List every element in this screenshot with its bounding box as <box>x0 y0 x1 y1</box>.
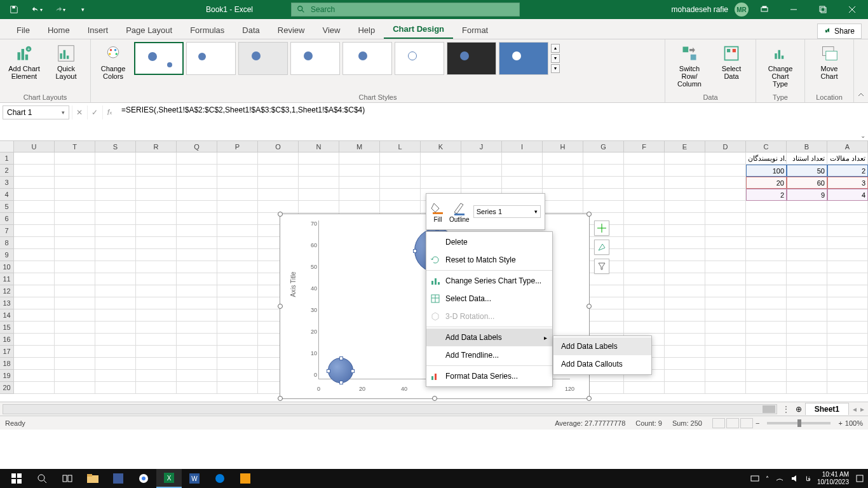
row-header[interactable]: 20 <box>0 382 14 394</box>
add-chart-element-button[interactable]: + Add Chart Element <box>5 42 43 81</box>
horizontal-scrollbar[interactable] <box>3 404 777 414</box>
col-header[interactable]: G <box>583 141 624 152</box>
maximize-button[interactable] <box>810 0 836 19</box>
bubble-2[interactable] <box>328 358 353 383</box>
change-chart-type-button[interactable]: Change Chart Type <box>761 42 799 89</box>
insert-function-button[interactable]: fx <box>102 105 116 119</box>
cell-c4[interactable]: 2 <box>746 189 787 201</box>
sheet-nav-prev[interactable]: ◂ <box>853 405 857 414</box>
chart-style-7[interactable] <box>447 42 496 75</box>
col-header[interactable]: R <box>136 141 177 152</box>
ctx-format-series[interactable]: Format Data Series... <box>426 367 552 385</box>
chart-style-4[interactable] <box>290 42 340 75</box>
select-data-button[interactable]: Select Data <box>712 42 750 81</box>
search-box[interactable]: Search <box>291 3 520 17</box>
outline-dropdown[interactable]: Outline <box>449 201 470 223</box>
resize-handle[interactable] <box>587 396 592 401</box>
customize-qat[interactable]: ▾ <box>74 2 92 17</box>
ctx-delete[interactable]: Delete <box>426 233 552 251</box>
close-button[interactable] <box>839 0 865 19</box>
zoom-slider[interactable] <box>767 422 831 424</box>
row-header[interactable]: 13 <box>0 297 14 309</box>
row-header[interactable]: 1 <box>0 152 14 165</box>
collapse-ribbon-button[interactable] <box>854 39 868 102</box>
tab-page-layout[interactable]: Page Layout <box>117 22 181 39</box>
row-header[interactable]: 11 <box>0 273 14 285</box>
styles-more[interactable]: ▾ <box>551 64 560 73</box>
row-header[interactable]: 7 <box>0 225 14 237</box>
ctx-select-data[interactable]: Select Data... <box>426 290 552 308</box>
tab-format[interactable]: Format <box>453 22 497 39</box>
sub-add-data-labels[interactable]: Add Data Labels <box>553 337 651 355</box>
tab-file[interactable]: File <box>8 22 39 39</box>
view-page-layout-button[interactable] <box>726 418 739 428</box>
resize-handle[interactable] <box>278 212 283 217</box>
col-header[interactable]: S <box>95 141 136 152</box>
chart-filters-button[interactable] <box>594 259 609 274</box>
tray-chevron-icon[interactable]: ˄ <box>766 475 769 482</box>
row-header[interactable]: 14 <box>0 309 14 322</box>
chart-style-5[interactable] <box>342 42 392 75</box>
cell-c3[interactable]: 20 <box>746 177 787 189</box>
row-header[interactable]: 10 <box>0 261 14 273</box>
row-header[interactable]: 16 <box>0 334 14 346</box>
row-header[interactable]: 5 <box>0 201 14 213</box>
sheet-nav-next[interactable]: ▸ <box>860 405 864 414</box>
col-header[interactable]: P <box>217 141 258 152</box>
row-header[interactable]: 4 <box>0 189 14 201</box>
row-header[interactable]: 12 <box>0 285 14 297</box>
undo-button[interactable]: ▾ <box>28 2 46 17</box>
col-header[interactable]: Q <box>177 141 217 152</box>
tab-formulas[interactable]: Formulas <box>181 22 233 39</box>
y-axis-title[interactable]: Axis Title <box>290 271 297 297</box>
ctx-add-data-labels[interactable]: Add Data Labels ▸ <box>426 329 552 346</box>
tab-data[interactable]: Data <box>233 22 268 39</box>
minimize-button[interactable] <box>780 0 807 19</box>
tray-keyboard-icon[interactable] <box>750 474 759 483</box>
col-header[interactable]: L <box>380 141 421 152</box>
tab-view[interactable]: View <box>313 22 349 39</box>
add-sheet-button[interactable]: ⊕ <box>792 405 805 414</box>
col-header[interactable]: F <box>624 141 665 152</box>
resize-handle[interactable] <box>278 304 283 309</box>
resize-handle[interactable] <box>432 396 437 401</box>
styles-scroll-down[interactable]: ▾ <box>551 54 560 63</box>
chart-style-3[interactable] <box>238 42 288 75</box>
excel-app[interactable]: X <box>156 469 182 488</box>
col-header[interactable]: N <box>299 141 339 152</box>
chart-style-1[interactable] <box>134 42 184 75</box>
user-name[interactable]: mohadeseh rafie <box>672 5 728 14</box>
enter-formula-button[interactable]: ✓ <box>87 105 101 119</box>
cell-a3[interactable]: 3 <box>827 177 868 189</box>
chrome-app[interactable] <box>131 469 156 488</box>
start-button[interactable] <box>4 469 29 488</box>
search-button[interactable] <box>29 469 55 488</box>
ctx-reset[interactable]: Reset to Match Style <box>426 251 552 269</box>
tab-chart-design[interactable]: Chart Design <box>384 20 453 39</box>
quick-layout-button[interactable]: Quick Layout <box>47 42 85 81</box>
ctx-change-series-type[interactable]: Change Series Chart Type... <box>426 272 552 290</box>
col-header[interactable]: U <box>14 141 55 152</box>
chart-style-8[interactable] <box>499 42 548 75</box>
cell-b3[interactable]: 60 <box>787 177 827 189</box>
resize-handle[interactable] <box>587 304 592 309</box>
series-dropdown[interactable]: Series 1 ▾ <box>473 205 541 218</box>
cell-a2[interactable]: 2 <box>827 165 868 177</box>
row-header[interactable]: 6 <box>0 213 14 225</box>
edge-app[interactable] <box>207 469 233 488</box>
cancel-formula-button[interactable]: ✕ <box>72 105 86 119</box>
share-button[interactable]: Share <box>817 24 862 39</box>
tray-language[interactable]: فا <box>806 475 811 482</box>
switch-row-col-button[interactable]: Switch Row/ Column <box>670 42 709 89</box>
cell-a4[interactable]: 4 <box>827 189 868 201</box>
file-explorer-app[interactable] <box>80 469 105 488</box>
ctx-add-trendline[interactable]: Add Trendline... <box>426 346 552 364</box>
col-header[interactable]: J <box>461 141 502 152</box>
word-app[interactable]: W <box>182 469 207 488</box>
cell-b2[interactable]: 50 <box>787 165 827 177</box>
zoom-out-button[interactable]: − <box>756 419 759 427</box>
cell-a1[interactable]: تعداد مقالات <box>827 152 868 165</box>
fill-dropdown[interactable]: Fill <box>430 201 445 223</box>
avatar[interactable]: MR <box>735 3 749 17</box>
row-header[interactable]: 18 <box>0 358 14 370</box>
